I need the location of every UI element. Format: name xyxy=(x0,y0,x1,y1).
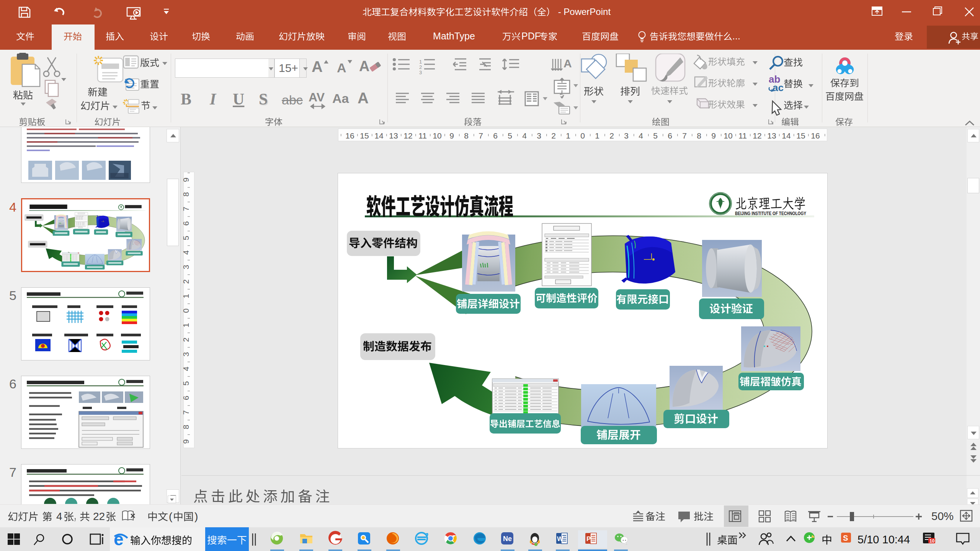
svg-text:9: 9 xyxy=(711,131,716,140)
svg-text:11: 11 xyxy=(738,131,747,140)
svg-text:9: 9 xyxy=(449,131,454,140)
svg-text:4: 4 xyxy=(9,200,16,214)
svg-text:1: 1 xyxy=(566,131,570,140)
svg-text:2: 2 xyxy=(419,64,422,70)
svg-text:PDF: PDF xyxy=(521,31,541,41)
svg-text:11: 11 xyxy=(418,131,427,140)
svg-text:3: 3 xyxy=(181,265,190,269)
svg-text:BEIJING INSTITUTE OF TECHNOLOG: BEIJING INSTITUTE OF TECHNOLOGY xyxy=(735,211,807,216)
svg-text:5/10 10:44: 5/10 10:44 xyxy=(858,533,910,546)
svg-text:5: 5 xyxy=(508,131,512,140)
svg-text:0: 0 xyxy=(181,308,190,313)
svg-text:22: 22 xyxy=(93,510,105,522)
svg-text:15: 15 xyxy=(360,131,369,140)
svg-text:MathType: MathType xyxy=(433,31,475,41)
svg-text:12: 12 xyxy=(403,131,412,140)
svg-text:10: 10 xyxy=(724,131,732,140)
svg-text:7: 7 xyxy=(181,207,190,211)
svg-text:7: 7 xyxy=(9,465,16,479)
svg-text:15: 15 xyxy=(796,131,805,140)
svg-text:3: 3 xyxy=(624,131,629,140)
svg-text:14: 14 xyxy=(374,131,384,140)
svg-text:7: 7 xyxy=(682,131,687,140)
svg-text:4: 4 xyxy=(639,131,643,140)
svg-text:1: 1 xyxy=(419,59,422,65)
svg-text:5: 5 xyxy=(9,288,16,303)
svg-text:9: 9 xyxy=(181,439,190,444)
svg-text:13: 13 xyxy=(767,131,776,140)
svg-text:6: 6 xyxy=(9,377,16,391)
svg-text:3: 3 xyxy=(181,352,190,357)
svg-text:8: 8 xyxy=(464,131,469,140)
svg-text:13: 13 xyxy=(389,131,398,140)
svg-text:16: 16 xyxy=(345,131,354,140)
svg-text:6: 6 xyxy=(181,221,190,226)
svg-text:3: 3 xyxy=(419,70,422,75)
svg-text:1: 1 xyxy=(181,294,190,298)
svg-text:2: 2 xyxy=(551,131,556,140)
svg-text:4: 4 xyxy=(522,131,527,140)
svg-text:2: 2 xyxy=(181,337,190,342)
svg-text:1: 1 xyxy=(181,323,190,328)
svg-text:7: 7 xyxy=(479,131,483,140)
svg-text:6: 6 xyxy=(181,396,190,400)
svg-text:4: 4 xyxy=(181,367,190,371)
svg-text:6: 6 xyxy=(668,131,672,140)
svg-text:8: 8 xyxy=(181,425,190,429)
svg-text:0: 0 xyxy=(580,131,585,140)
svg-text:5: 5 xyxy=(181,236,190,240)
svg-text:4: 4 xyxy=(181,250,190,255)
svg-text:(: ( xyxy=(169,510,173,522)
svg-text:50%: 50% xyxy=(931,510,954,522)
svg-text:14: 14 xyxy=(782,131,791,140)
svg-text:8: 8 xyxy=(181,192,190,197)
svg-text:16: 16 xyxy=(811,131,820,140)
svg-text:2: 2 xyxy=(181,279,190,284)
svg-text:7: 7 xyxy=(181,410,190,415)
svg-text:12: 12 xyxy=(753,131,761,140)
svg-text:5: 5 xyxy=(653,131,658,140)
svg-text:): ) xyxy=(194,510,198,522)
svg-text:9: 9 xyxy=(181,178,190,182)
svg-text:8: 8 xyxy=(697,131,701,140)
svg-text:3: 3 xyxy=(537,131,541,140)
svg-text:5: 5 xyxy=(181,381,190,386)
svg-text:4: 4 xyxy=(56,510,62,522)
svg-text:2: 2 xyxy=(609,131,614,140)
svg-text:10: 10 xyxy=(433,131,441,140)
svg-text:1: 1 xyxy=(595,131,599,140)
svg-text:...: ... xyxy=(732,31,740,41)
svg-text:6: 6 xyxy=(493,131,498,140)
